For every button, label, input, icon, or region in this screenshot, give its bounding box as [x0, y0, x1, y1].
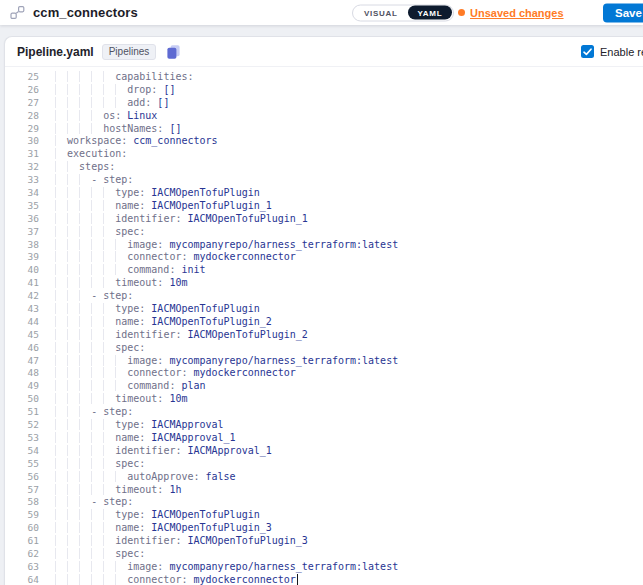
text-cursor — [297, 574, 299, 585]
code-line[interactable]: 62 spec: — [5, 548, 643, 561]
code-line[interactable]: 36 identifier: IACMOpenTofuPlugin_1 — [5, 213, 643, 226]
code-text: autoApprove: false — [55, 471, 236, 484]
line-number: 41 — [5, 277, 39, 290]
code-line[interactable]: 50 timeout: 10m — [5, 393, 643, 406]
line-number: 35 — [5, 200, 39, 213]
code-line[interactable]: 25 capabilities: — [5, 71, 643, 84]
line-number: 56 — [5, 471, 39, 484]
code-text: image: mycompanyrepo/harness_terraform:l… — [55, 561, 398, 574]
code-text: capabilities: — [55, 71, 194, 84]
code-line[interactable]: 49 command: plan — [5, 380, 643, 393]
unsaved-changes-indicator[interactable]: Unsaved changes — [458, 7, 564, 19]
code-line[interactable]: 31 execution: — [5, 148, 643, 161]
code-line[interactable]: 39 connector: mydockerconnector — [5, 251, 643, 264]
line-number: 34 — [5, 187, 39, 200]
line-number: 58 — [5, 496, 39, 509]
line-number: 25 — [5, 71, 39, 84]
code-line[interactable]: 61 identifier: IACMOpenTofuPlugin_3 — [5, 535, 643, 548]
code-text: type: IACMOpenTofuPlugin — [55, 187, 260, 200]
enable-edit-checkbox[interactable]: Enable read/ — [581, 45, 643, 58]
code-line[interactable]: 37 spec: — [5, 226, 643, 239]
code-text: type: IACMApproval — [55, 419, 224, 432]
code-line[interactable]: 32 steps: — [5, 161, 643, 174]
page-title: ccm_connectors — [33, 5, 138, 20]
code-text: add: [] — [55, 97, 169, 110]
yaml-editor-panel: Pipeline.yaml Pipelines Enable read/ 25 … — [4, 36, 643, 585]
line-number: 32 — [5, 161, 39, 174]
code-line[interactable]: 58 - step: — [5, 496, 643, 509]
line-number: 62 — [5, 548, 39, 561]
line-number: 44 — [5, 316, 39, 329]
code-text: spec: — [55, 342, 145, 355]
line-number: 47 — [5, 355, 39, 368]
code-text: identifier: IACMOpenTofuPlugin_3 — [55, 535, 308, 548]
code-line[interactable]: 54 identifier: IACMApproval_1 — [5, 445, 643, 458]
code-line[interactable]: 38 image: mycompanyrepo/harness_terrafor… — [5, 239, 643, 252]
code-line[interactable]: 40 command: init — [5, 264, 643, 277]
code-text: identifier: IACMApproval_1 — [55, 445, 272, 458]
code-line[interactable]: 60 name: IACMOpenTofuPlugin_3 — [5, 522, 643, 535]
code-line[interactable]: 45 identifier: IACMOpenTofuPlugin_2 — [5, 329, 643, 342]
code-text: - step: — [55, 290, 133, 303]
code-line[interactable]: 64 connector: mydockerconnector — [5, 574, 643, 585]
line-number: 48 — [5, 367, 39, 380]
unsaved-changes-label: Unsaved changes — [470, 7, 564, 19]
code-text: timeout: 10m — [55, 393, 187, 406]
code-line[interactable]: 28 os: Linux — [5, 110, 643, 123]
code-line[interactable]: 63 image: mycompanyrepo/harness_terrafor… — [5, 561, 643, 574]
pipeline-title-group: ccm_connectors — [10, 5, 138, 20]
file-name: Pipeline.yaml — [17, 45, 94, 59]
code-line[interactable]: 26 drop: [] — [5, 84, 643, 97]
code-line[interactable]: 30 workspace: ccm_connectors — [5, 135, 643, 148]
code-text: name: IACMOpenTofuPlugin_1 — [55, 200, 272, 213]
code-line[interactable]: 59 type: IACMOpenTofuPlugin — [5, 509, 643, 522]
code-line[interactable]: 42 - step: — [5, 290, 643, 303]
code-line[interactable]: 52 type: IACMApproval — [5, 419, 643, 432]
line-number: 37 — [5, 226, 39, 239]
code-text: connector: mydockerconnector — [55, 367, 296, 380]
code-line[interactable]: 34 type: IACMOpenTofuPlugin — [5, 187, 643, 200]
code-line[interactable]: 35 name: IACMOpenTofuPlugin_1 — [5, 200, 643, 213]
line-number: 64 — [5, 574, 39, 585]
code-line[interactable]: 43 type: IACMOpenTofuPlugin — [5, 303, 643, 316]
line-number: 45 — [5, 329, 39, 342]
line-number: 33 — [5, 174, 39, 187]
code-line[interactable]: 29 hostNames: [] — [5, 123, 643, 136]
code-text: drop: [] — [55, 84, 175, 97]
code-line[interactable]: 51 - step: — [5, 406, 643, 419]
line-number: 26 — [5, 84, 39, 97]
code-text: - step: — [55, 174, 133, 187]
code-line[interactable]: 33 - step: — [5, 174, 643, 187]
tab-visual[interactable]: VISUAL — [354, 6, 408, 20]
code-text: identifier: IACMOpenTofuPlugin_2 — [55, 329, 308, 342]
save-split-button: Save — [603, 3, 643, 22]
line-number: 31 — [5, 148, 39, 161]
line-number: 38 — [5, 239, 39, 252]
line-number: 28 — [5, 110, 39, 123]
code-line[interactable]: 55 spec: — [5, 458, 643, 471]
line-number: 50 — [5, 393, 39, 406]
copy-icon[interactable] — [166, 44, 181, 60]
save-button[interactable]: Save — [603, 3, 643, 22]
code-line[interactable]: 56 autoApprove: false — [5, 471, 643, 484]
visual-yaml-toggle: VISUAL YAML — [352, 4, 454, 21]
entity-type-badge: Pipelines — [102, 44, 157, 60]
code-line[interactable]: 27 add: [] — [5, 97, 643, 110]
line-number: 61 — [5, 535, 39, 548]
line-number: 60 — [5, 522, 39, 535]
yaml-code-editor[interactable]: 25 capabilities:26 drop: []27 add: []28 … — [5, 67, 643, 585]
code-line[interactable]: 47 image: mycompanyrepo/harness_terrafor… — [5, 355, 643, 368]
code-line[interactable]: 48 connector: mydockerconnector — [5, 367, 643, 380]
editor-toolbar: Pipeline.yaml Pipelines Enable read/ — [5, 37, 643, 67]
code-text: name: IACMOpenTofuPlugin_3 — [55, 522, 272, 535]
code-line[interactable]: 57 timeout: 1h — [5, 484, 643, 497]
code-line[interactable]: 46 spec: — [5, 342, 643, 355]
code-line[interactable]: 41 timeout: 10m — [5, 277, 643, 290]
code-text: workspace: ccm_connectors — [55, 135, 218, 148]
code-text: image: mycompanyrepo/harness_terraform:l… — [55, 355, 398, 368]
tab-yaml[interactable]: YAML — [408, 6, 453, 20]
code-line[interactable]: 44 name: IACMOpenTofuPlugin_2 — [5, 316, 643, 329]
code-line[interactable]: 53 name: IACMApproval_1 — [5, 432, 643, 445]
code-text: os: Linux — [55, 110, 157, 123]
code-text: command: init — [55, 264, 206, 277]
